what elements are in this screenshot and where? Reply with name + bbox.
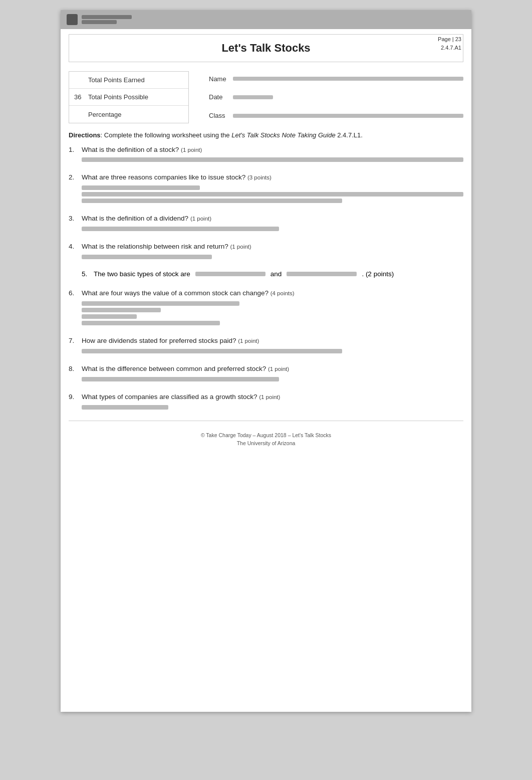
answer-line-1-1	[82, 157, 463, 162]
top-bar-text	[82, 15, 132, 24]
title-box: Let's Talk Stocks	[69, 34, 463, 62]
points-percentage-row: Percentage	[69, 106, 188, 123]
name-date-class: Name Date Class	[199, 71, 463, 123]
directions: Directions: Complete the following works…	[69, 130, 463, 140]
blank-2	[287, 272, 357, 276]
question-7: 7. How are dividends stated for preferre…	[69, 336, 463, 353]
question-6: 6. What are four ways the value of a com…	[69, 289, 463, 325]
top-bar	[61, 10, 471, 29]
page-title: Let's Talk Stocks	[69, 42, 463, 55]
question-9: 9. What types of companies are classifie…	[69, 393, 463, 410]
points-earned-row: Total Points Earned	[69, 72, 188, 89]
answer-line-6-1	[82, 301, 239, 306]
answer-line-9-1	[82, 405, 168, 410]
info-section: Total Points Earned 36 Total Points Poss…	[69, 71, 463, 123]
answer-line-6-2	[82, 308, 161, 312]
points-table: Total Points Earned 36 Total Points Poss…	[69, 71, 189, 123]
answer-line-4-1	[82, 255, 212, 259]
answer-line-8-1	[82, 377, 279, 381]
blank-1	[195, 272, 265, 276]
logo-icon	[67, 14, 78, 25]
answer-line-7-1	[82, 349, 342, 353]
answer-line-2-2	[82, 192, 463, 197]
answer-line-2-3	[82, 199, 342, 203]
question-1: 1. What is the definition of a stock? (1…	[69, 145, 463, 162]
name-row: Name	[209, 75, 463, 83]
date-value	[233, 95, 273, 99]
top-bar-line1	[82, 15, 132, 19]
points-possible-row: 36 Total Points Possible	[69, 89, 188, 106]
page: Page | 23 2.4.7.A1 Let's Talk Stocks Tot…	[61, 10, 471, 712]
answer-line-6-3	[82, 314, 137, 319]
answer-line-6-4	[82, 321, 220, 325]
top-bar-line2	[82, 20, 117, 24]
questions-section: 1. What is the definition of a stock? (1…	[69, 145, 463, 410]
name-value	[233, 77, 463, 81]
answer-line-3-1	[82, 227, 279, 231]
answer-line-2-1	[82, 185, 200, 190]
page-number: Page | 23 2.4.7.A1	[438, 35, 461, 52]
question-5: 5. The two basic types of stock are and …	[69, 270, 463, 278]
date-row: Date	[209, 93, 463, 101]
class-row: Class	[209, 112, 463, 119]
class-value	[233, 114, 463, 118]
question-8: 8. What is the difference between common…	[69, 364, 463, 381]
question-3: 3. What is the definition of a dividend?…	[69, 214, 463, 231]
question-4: 4. What is the relationship between risk…	[69, 242, 463, 259]
question-2: 2. What are three reasons companies like…	[69, 173, 463, 203]
footer: © Take Charge Today – August 2018 – Let'…	[69, 421, 463, 456]
